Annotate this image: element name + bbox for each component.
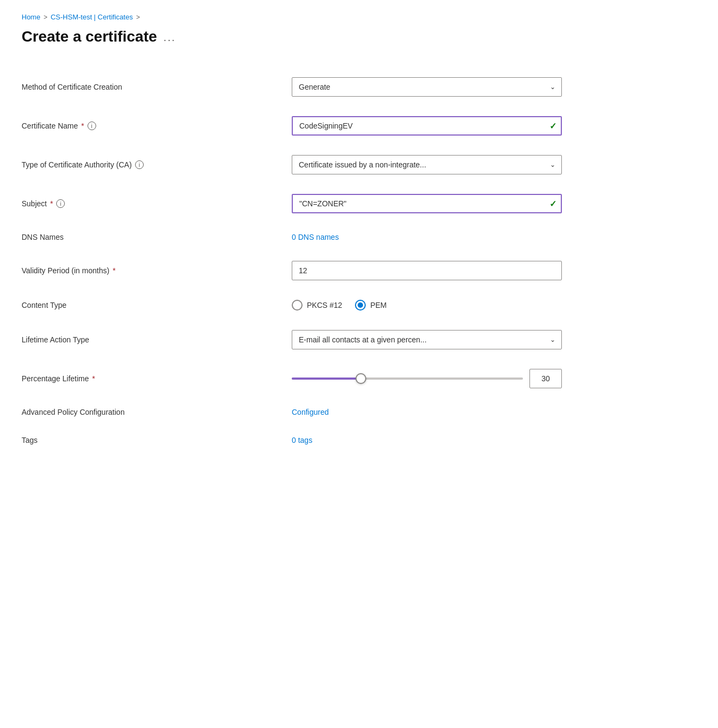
tags-control: 0 tags bbox=[292, 436, 594, 444]
method-select-wrapper[interactable]: Generate Import ⌄ bbox=[292, 77, 562, 97]
percentage-required: * bbox=[92, 374, 95, 383]
pem-radio-option[interactable]: PEM bbox=[355, 300, 386, 311]
cert-name-label: Certificate Name * i bbox=[22, 122, 281, 130]
content-type-control: PKCS #12 PEM bbox=[292, 300, 594, 311]
percentage-slider-track-wrapper bbox=[292, 373, 523, 384]
validity-required: * bbox=[112, 266, 115, 275]
method-control: Generate Import ⌄ bbox=[292, 77, 594, 97]
cert-ca-select-wrapper[interactable]: Certificate issued by a non-integrate...… bbox=[292, 155, 562, 174]
advanced-control: Configured bbox=[292, 408, 594, 416]
page-title: Create a certificate bbox=[22, 28, 157, 46]
tags-link[interactable]: 0 tags bbox=[292, 436, 312, 444]
advanced-label: Advanced Policy Configuration bbox=[22, 408, 281, 416]
lifetime-select-wrapper[interactable]: E-mail all contacts at a given percen...… bbox=[292, 330, 562, 349]
breadcrumb-sep1: > bbox=[44, 14, 48, 21]
advanced-row: Advanced Policy Configuration Configured bbox=[22, 398, 594, 426]
dns-row: DNS Names 0 DNS names bbox=[22, 223, 594, 251]
cert-ca-label: Type of Certificate Authority (CA) i bbox=[22, 160, 281, 169]
subject-info-icon[interactable]: i bbox=[56, 199, 65, 208]
validity-control bbox=[292, 261, 594, 280]
page-header: Create a certificate ... bbox=[22, 28, 696, 46]
cert-ca-control: Certificate issued by a non-integrate...… bbox=[292, 155, 594, 174]
validity-input[interactable] bbox=[292, 261, 562, 280]
subject-row: Subject * i ✓ bbox=[22, 184, 594, 223]
breadcrumb-home[interactable]: Home bbox=[22, 13, 41, 21]
cert-name-info-icon[interactable]: i bbox=[88, 122, 96, 130]
method-row: Method of Certificate Creation Generate … bbox=[22, 68, 594, 106]
breadcrumb-vault[interactable]: CS-HSM-test | Certificates bbox=[51, 13, 133, 21]
breadcrumb: Home > CS-HSM-test | Certificates > bbox=[22, 13, 696, 21]
percentage-value-input[interactable] bbox=[529, 369, 562, 388]
pkcs-radio-label: PKCS #12 bbox=[307, 301, 342, 309]
lifetime-select[interactable]: E-mail all contacts at a given percen...… bbox=[292, 330, 562, 349]
subject-label: Subject * i bbox=[22, 199, 281, 208]
breadcrumb-sep2: > bbox=[136, 14, 140, 21]
cert-ca-row: Type of Certificate Authority (CA) i Cer… bbox=[22, 145, 594, 184]
dns-control: 0 DNS names bbox=[292, 233, 594, 241]
more-options-button[interactable]: ... bbox=[164, 31, 176, 44]
cert-name-control: ✓ bbox=[292, 116, 594, 136]
dns-link[interactable]: 0 DNS names bbox=[292, 233, 339, 241]
tags-label: Tags bbox=[22, 436, 281, 444]
cert-name-required: * bbox=[81, 122, 84, 130]
create-certificate-form: Method of Certificate Creation Generate … bbox=[22, 68, 594, 454]
cert-ca-info-icon[interactable]: i bbox=[135, 160, 144, 169]
cert-name-input-wrapper: ✓ bbox=[292, 116, 562, 136]
tags-row: Tags 0 tags bbox=[22, 426, 594, 454]
dns-label: DNS Names bbox=[22, 233, 281, 241]
percentage-row: Percentage Lifetime * bbox=[22, 359, 594, 398]
validity-label: Validity Period (in months) * bbox=[22, 266, 281, 275]
lifetime-row: Lifetime Action Type E-mail all contacts… bbox=[22, 320, 594, 359]
method-select[interactable]: Generate Import bbox=[292, 77, 562, 97]
pem-radio-circle bbox=[355, 300, 366, 311]
pkcs-radio-option[interactable]: PKCS #12 bbox=[292, 300, 342, 311]
cert-ca-select[interactable]: Certificate issued by a non-integrate...… bbox=[292, 155, 562, 174]
validity-row: Validity Period (in months) * bbox=[22, 251, 594, 290]
subject-input[interactable] bbox=[292, 194, 562, 213]
lifetime-control: E-mail all contacts at a given percen...… bbox=[292, 330, 594, 349]
cert-name-row: Certificate Name * i ✓ bbox=[22, 106, 594, 145]
subject-check-icon: ✓ bbox=[549, 198, 556, 208]
percentage-label: Percentage Lifetime * bbox=[22, 374, 281, 383]
percentage-control bbox=[292, 369, 594, 388]
method-label: Method of Certificate Creation bbox=[22, 83, 281, 91]
lifetime-label: Lifetime Action Type bbox=[22, 335, 281, 344]
content-type-row: Content Type PKCS #12 PEM bbox=[22, 290, 594, 320]
cert-name-check-icon: ✓ bbox=[549, 120, 556, 131]
content-type-label: Content Type bbox=[22, 301, 281, 309]
advanced-configured-link[interactable]: Configured bbox=[292, 408, 329, 416]
pkcs-radio-circle bbox=[292, 300, 303, 311]
content-type-radio-group: PKCS #12 PEM bbox=[292, 300, 594, 311]
subject-required: * bbox=[50, 199, 53, 208]
pem-radio-label: PEM bbox=[370, 301, 386, 309]
subject-input-wrapper: ✓ bbox=[292, 194, 562, 213]
percentage-slider-container bbox=[292, 369, 562, 388]
subject-control: ✓ bbox=[292, 194, 594, 213]
cert-name-input[interactable] bbox=[292, 116, 562, 136]
